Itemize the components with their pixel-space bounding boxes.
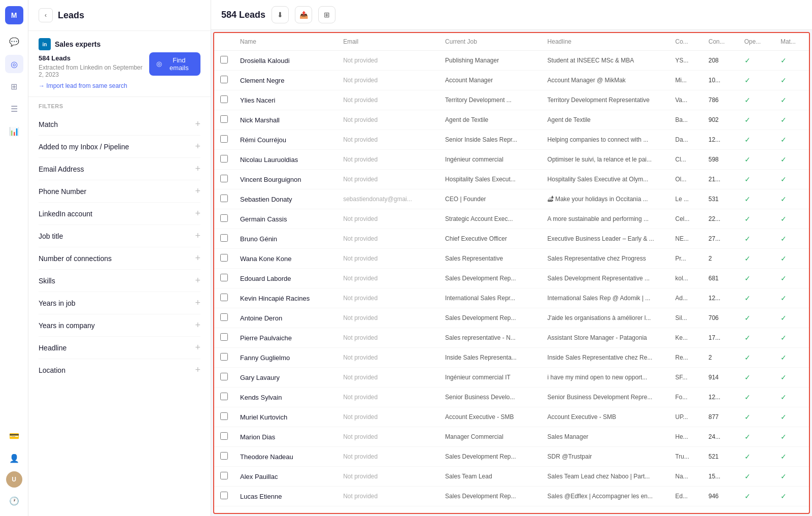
filter-item-years-in-company[interactable]: Years in company+ — [39, 314, 200, 337]
table-row[interactable]: Nick MarshallNot providedAgent de Textil… — [214, 110, 809, 130]
card-nav-icon[interactable]: 💳 — [5, 427, 23, 445]
filter-list: Match+Added to my Inbox / Pipeline+Email… — [39, 113, 200, 381]
filter-item-job-title[interactable]: Job title+ — [39, 225, 200, 247]
filter-item-years-in-job[interactable]: Years in job+ — [39, 292, 200, 314]
filter-item-linkedin-account[interactable]: LinkedIn account+ — [39, 203, 200, 225]
row-checkbox-2[interactable] — [214, 90, 234, 110]
table-row[interactable]: Pierre PaulvaicheNot providedSales repre… — [214, 328, 809, 348]
row-checkbox-4[interactable] — [214, 130, 234, 150]
search-name: Sales experts — [55, 40, 100, 48]
download-icon-btn[interactable]: ⬇ — [272, 6, 289, 23]
table-row[interactable]: Theodore NadeauNot providedSales Develop… — [214, 447, 809, 467]
table-row[interactable]: Vincent BourguignonNot providedHospitali… — [214, 170, 809, 189]
main-title: 584 Leads — [221, 10, 265, 20]
table-row[interactable]: Antoine DeronNot providedSales Developme… — [214, 308, 809, 328]
row-checkbox-18[interactable] — [214, 407, 234, 427]
cell-job: Chief Executive Officer — [439, 229, 542, 249]
row-checkbox-0[interactable] — [214, 51, 234, 71]
cell-open: ✓ — [738, 427, 774, 447]
clock-nav-icon[interactable]: 🕐 — [5, 492, 23, 510]
table-row[interactable]: Marion DiasNot providedManager Commercia… — [214, 427, 809, 447]
row-checkbox-1[interactable] — [214, 71, 234, 90]
cell-name: Antoine Deron — [234, 308, 337, 328]
table-row[interactable]: Sebastien Donatysebastiendonaty@gmai...C… — [214, 189, 809, 209]
filter-item-phone-number[interactable]: Phone Number+ — [39, 180, 200, 203]
cell-email: Not provided — [337, 407, 439, 427]
row-checkbox-8[interactable] — [214, 209, 234, 229]
table-row[interactable]: Gary LavauryNot providedIngénieur commer… — [214, 368, 809, 388]
row-checkbox-6[interactable] — [214, 170, 234, 189]
cell-location: Na... — [669, 467, 702, 487]
row-checkbox-11[interactable] — [214, 269, 234, 288]
row-checkbox-15[interactable] — [214, 348, 234, 368]
cell-name: Gary Lavaury — [234, 368, 337, 388]
cell-headline: Sales Team Lead chez Naboo | Part... — [542, 467, 669, 487]
cell-job: Sales Development Rep... — [439, 487, 542, 506]
user-search-nav-icon[interactable]: 👤 — [5, 449, 23, 467]
table-row[interactable]: Bruno GéninNot providedChief Executive O… — [214, 229, 809, 249]
cell-open: ✓ — [738, 110, 774, 130]
table-row[interactable]: Clement NegreNot providedAccount Manager… — [214, 71, 809, 90]
cell-headline: A more sustainable and performing ... — [542, 209, 669, 229]
filter-plus-icon-linkedin-account: + — [195, 208, 200, 219]
row-checkbox-17[interactable] — [214, 388, 234, 407]
cell-job: Sales Representative — [439, 249, 542, 269]
cell-email: Not provided — [337, 467, 439, 487]
table-row[interactable]: Alex PauillacNot providedSales Team Lead… — [214, 467, 809, 487]
cell-connections: 12... — [702, 288, 738, 308]
back-button[interactable]: ‹ — [39, 8, 53, 22]
filter-item-location[interactable]: Location+ — [39, 359, 200, 381]
row-checkbox-16[interactable] — [214, 368, 234, 388]
table-row[interactable]: Wana Kone KoneNot providedSales Represen… — [214, 249, 809, 269]
chat-nav-icon[interactable]: 💬 — [5, 33, 23, 51]
find-emails-button[interactable]: ◎ Find emails — [149, 52, 200, 76]
table-row[interactable]: Ylies NaceriNot providedTerritory Develo… — [214, 90, 809, 110]
table-row[interactable]: Drosiella KaloudiNot providedPublishing … — [214, 51, 809, 71]
cell-email: Not provided — [337, 487, 439, 506]
cell-location: Da... — [669, 130, 702, 150]
table-row[interactable]: Muriel KurtovichNot providedAccount Exec… — [214, 407, 809, 427]
filter-item-connections[interactable]: Number of connections+ — [39, 247, 200, 270]
grid-nav-icon[interactable]: ⊞ — [5, 77, 23, 95]
row-checkbox-14[interactable] — [214, 328, 234, 348]
filter-item-inbox-pipeline[interactable]: Added to my Inbox / Pipeline+ — [39, 136, 200, 158]
table-row[interactable]: Kevin Hincapié RacinesNot providedIntern… — [214, 288, 809, 308]
cell-connections: 2 — [702, 348, 738, 368]
row-checkbox-3[interactable] — [214, 110, 234, 130]
row-checkbox-20[interactable] — [214, 447, 234, 467]
table-row[interactable]: Rémi CourréjouNot providedSenior Inside … — [214, 130, 809, 150]
export-icon-btn[interactable]: 📤 — [295, 6, 312, 23]
table-row[interactable]: Nicolau LauruoldiasNot providedIngénieur… — [214, 150, 809, 170]
row-checkbox-7[interactable] — [214, 189, 234, 209]
filters-section: FILTERS Match+Added to my Inbox / Pipeli… — [28, 97, 211, 387]
list-nav-icon[interactable]: ☰ — [5, 100, 23, 118]
row-checkbox-21[interactable] — [214, 467, 234, 487]
cell-name: Fanny Guglielmo — [234, 348, 337, 368]
table-row[interactable]: Kends SylvainNot providedSenior Business… — [214, 388, 809, 407]
row-checkbox-13[interactable] — [214, 308, 234, 328]
row-checkbox-5[interactable] — [214, 150, 234, 170]
filter-item-headline[interactable]: Headline+ — [39, 337, 200, 359]
row-checkbox-12[interactable] — [214, 288, 234, 308]
compass-nav-icon[interactable]: ◎ — [5, 55, 23, 73]
user-avatar[interactable]: U — [6, 471, 22, 488]
table-row[interactable]: Edouard LabordeNot providedSales Develop… — [214, 269, 809, 288]
table-row[interactable]: Fanny GuglielmoNot providedInside Sales … — [214, 348, 809, 368]
filter-item-match[interactable]: Match+ — [39, 113, 200, 136]
cell-location: Ke... — [669, 328, 702, 348]
row-checkbox-9[interactable] — [214, 229, 234, 249]
chart-nav-icon[interactable]: 📊 — [5, 122, 23, 140]
table-row[interactable]: Germain CassisNot providedStrategic Acco… — [214, 209, 809, 229]
cell-headline: Optimiser le suivi, la relance et le pai… — [542, 150, 669, 170]
cell-headline: Hospitality Sales Executive at Olym... — [542, 170, 669, 189]
cell-email: sebastiendonaty@gmai... — [337, 189, 439, 209]
filter-item-email-address[interactable]: Email Address+ — [39, 158, 200, 180]
filter-item-skills[interactable]: Skills+ — [39, 270, 200, 292]
qr-icon-btn[interactable]: ⊞ — [318, 6, 335, 23]
cell-connections: 2 — [702, 249, 738, 269]
row-checkbox-10[interactable] — [214, 249, 234, 269]
table-row[interactable]: Lucas EtienneNot providedSales Developme… — [214, 487, 809, 506]
row-checkbox-19[interactable] — [214, 427, 234, 447]
row-checkbox-22[interactable] — [214, 487, 234, 506]
import-link[interactable]: → Import lead from same search — [39, 82, 149, 89]
